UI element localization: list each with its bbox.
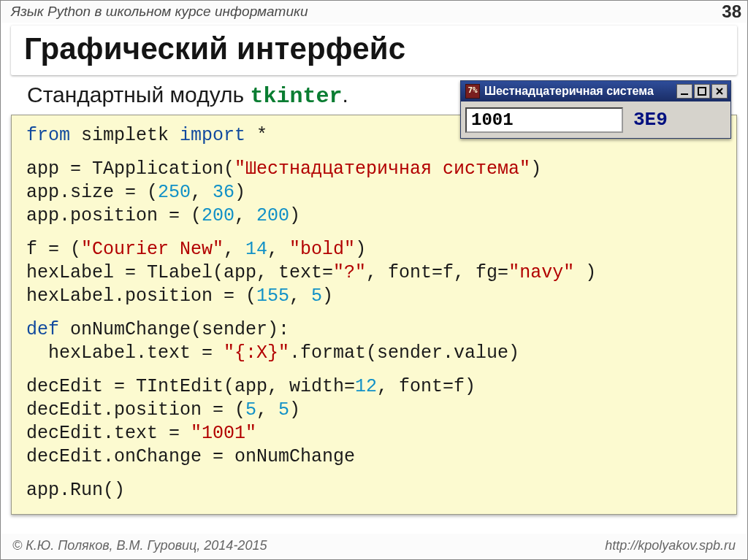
tkinter-window-title: Шестнадцатеричная система	[484, 85, 676, 98]
tk-icon: 7%	[465, 84, 480, 99]
code-block: from simpletk import * app = TApplicatio…	[11, 115, 737, 515]
title-card: Графический интерфейс	[11, 26, 737, 75]
minimize-icon[interactable]	[676, 84, 692, 99]
maximize-icon[interactable]	[694, 84, 710, 99]
close-icon[interactable]	[711, 84, 728, 99]
svg-rect-0	[681, 93, 688, 95]
footer-copyright: © К.Ю. Поляков, В.М. Гуровиц, 2014-2015	[12, 538, 267, 553]
tkinter-window: 7% Шестнадцатеричная система 1001 3E9	[460, 80, 731, 139]
tkinter-client-area: 1001 3E9	[461, 101, 730, 138]
code-line: decEdit.position = (5, 5)	[26, 399, 722, 422]
hex-output-label: 3E9	[633, 109, 668, 131]
code-line: app = TApplication("Шестнадцатеричная си…	[26, 158, 722, 181]
page-number: 38	[722, 1, 741, 22]
subtitle-suffix: .	[343, 83, 348, 107]
code-line: hexLabel = TLabel(app, text="?", font=f,…	[26, 261, 722, 285]
footer-bar: © К.Ю. Поляков, В.М. Гуровиц, 2014-2015 …	[1, 534, 747, 559]
breadcrumb: Язык Python в школьном курсе информатики	[11, 4, 308, 20]
tkinter-titlebar: 7% Шестнадцатеричная система	[461, 81, 730, 101]
decimal-input[interactable]: 1001	[465, 107, 623, 133]
page-title: Графический интерфейс	[24, 31, 724, 66]
code-line: app.Run()	[26, 479, 722, 502]
window-buttons	[676, 84, 728, 99]
code-line: app.size = (250, 36)	[26, 181, 722, 204]
code-line: decEdit.text = "1001"	[26, 422, 722, 445]
footer-url: http://kpolyakov.spb.ru	[605, 538, 736, 553]
subtitle-module: tkinter	[250, 84, 342, 109]
code-line: hexLabel.position = (155, 5)	[26, 285, 722, 308]
code-line: decEdit = TIntEdit(app, width=12, font=f…	[26, 375, 722, 399]
slide: Язык Python в школьном курсе информатики…	[0, 0, 748, 560]
code-line: f = ("Courier New", 14, "bold")	[26, 238, 722, 261]
subtitle-prefix: Стандартный модуль	[27, 83, 250, 107]
code-line: def onNumChange(sender):	[26, 318, 722, 342]
code-line: hexLabel.text = "{:X}".format(sender.val…	[26, 342, 722, 365]
code-line: decEdit.onChange = onNumChange	[26, 445, 722, 469]
svg-rect-1	[698, 88, 706, 95]
code-line: app.position = (200, 200)	[26, 204, 722, 228]
header-bar: Язык Python в школьном курсе информатики…	[1, 1, 747, 23]
